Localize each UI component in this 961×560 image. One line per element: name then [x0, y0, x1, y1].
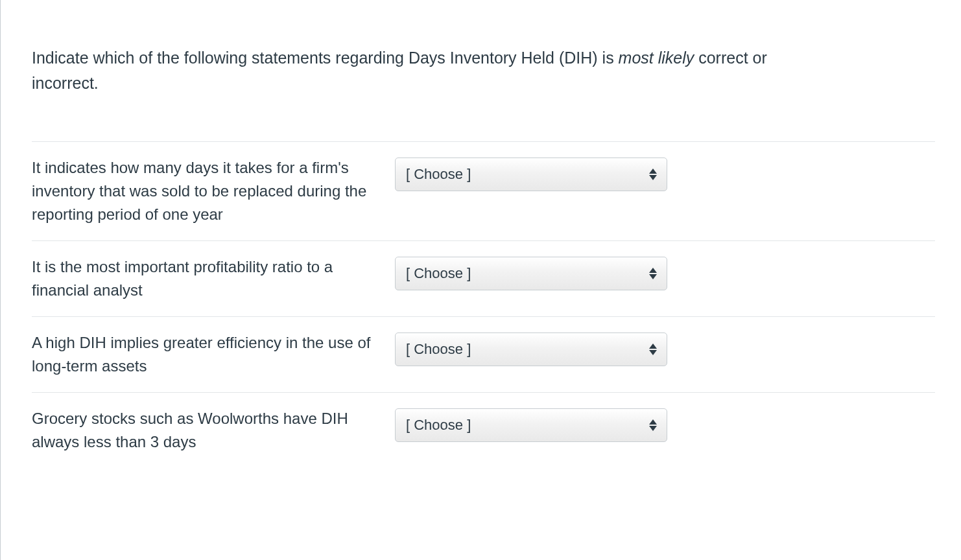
svg-marker-0: [649, 169, 657, 174]
select-cell: [ Choose ]: [395, 156, 674, 191]
dropdown-value: [ Choose ]: [406, 166, 471, 183]
svg-marker-4: [649, 344, 657, 349]
dropdown-value: [ Choose ]: [406, 417, 471, 434]
match-row: A high DIH implies greater efficiency in…: [32, 316, 935, 392]
choose-dropdown[interactable]: [ Choose ]: [395, 257, 667, 290]
choose-dropdown[interactable]: [ Choose ]: [395, 408, 667, 442]
sort-arrows-icon: [648, 167, 658, 181]
statement-label: It is the most important profitability r…: [32, 255, 395, 302]
question-content: Indicate which of the following statemen…: [1, 0, 961, 494]
question-prompt: Indicate which of the following statemen…: [32, 45, 810, 96]
match-row: It is the most important profitability r…: [32, 240, 935, 316]
statement-label: Grocery stocks such as Woolworths have D…: [32, 407, 395, 454]
select-cell: [ Choose ]: [395, 407, 674, 442]
question-container: Indicate which of the following statemen…: [0, 0, 961, 560]
dropdown-value: [ Choose ]: [406, 265, 471, 282]
svg-marker-6: [649, 419, 657, 425]
choose-dropdown[interactable]: [ Choose ]: [395, 158, 667, 191]
match-row: Grocery stocks such as Woolworths have D…: [32, 392, 935, 468]
select-cell: [ Choose ]: [395, 255, 674, 290]
prompt-text-before: Indicate which of the following statemen…: [32, 49, 619, 67]
dropdown-value: [ Choose ]: [406, 341, 471, 358]
svg-marker-3: [649, 274, 657, 279]
prompt-emphasis: most likely: [619, 49, 694, 67]
svg-marker-7: [649, 426, 657, 431]
sort-arrows-icon: [648, 266, 658, 281]
svg-marker-1: [649, 175, 657, 180]
svg-marker-2: [649, 268, 657, 273]
sort-arrows-icon: [648, 418, 658, 432]
statement-label: It indicates how many days it takes for …: [32, 156, 395, 226]
select-cell: [ Choose ]: [395, 331, 674, 366]
sort-arrows-icon: [648, 342, 658, 356]
choose-dropdown[interactable]: [ Choose ]: [395, 332, 667, 366]
svg-marker-5: [649, 350, 657, 355]
statement-label: A high DIH implies greater efficiency in…: [32, 331, 395, 378]
match-row: It indicates how many days it takes for …: [32, 141, 935, 240]
